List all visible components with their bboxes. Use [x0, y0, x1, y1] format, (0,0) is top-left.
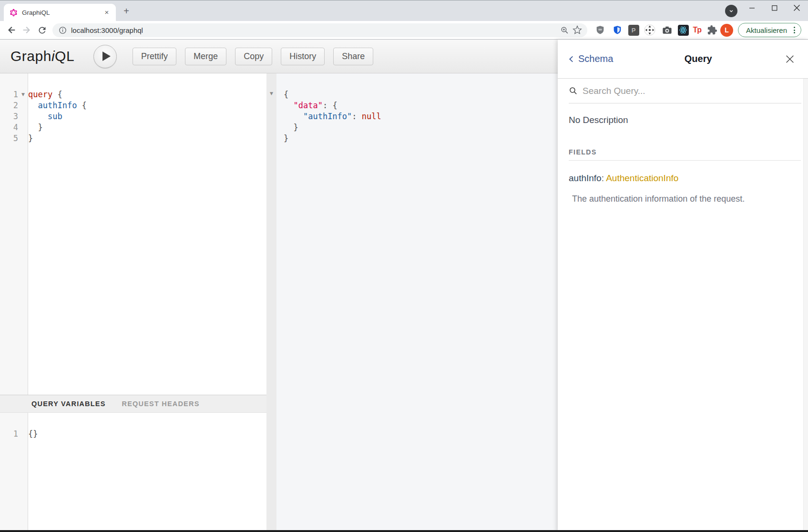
forward-button[interactable] — [19, 22, 34, 38]
field-row-authinfo: authInfo: AuthenticationInfo — [569, 173, 801, 184]
tab-close-icon[interactable]: × — [102, 8, 111, 17]
tp-extension-button[interactable]: Tp — [693, 26, 702, 34]
code-token: query — [28, 90, 57, 99]
code-token — [28, 101, 38, 110]
fold-gutter — [18, 429, 28, 440]
code-line: { — [276, 89, 558, 100]
copy-button[interactable]: Copy — [235, 48, 272, 65]
line-number: 2 — [0, 100, 18, 111]
ublock-extension-button[interactable] — [594, 24, 607, 37]
fold-arrow-icon[interactable]: ▼ — [18, 89, 28, 100]
code-text: } — [28, 122, 43, 133]
code-text: "authInfo": null — [276, 111, 381, 122]
code-token: : { — [323, 101, 338, 110]
address-bar[interactable]: localhost:3000/graphql — [52, 23, 587, 37]
bitwarden-extension-button[interactable] — [611, 24, 624, 37]
tab-query-variables[interactable]: QUERY VARIABLES — [31, 400, 106, 408]
doc-body: No Description FIELDS authInfo: Authenti… — [558, 103, 808, 532]
code-line: "data": { — [276, 100, 558, 111]
aktualisieren-label: Aktualisieren — [746, 26, 787, 34]
variables-editor[interactable]: 1{} — [0, 413, 266, 532]
code-line: 1{} — [0, 429, 266, 440]
url-text[interactable]: localhost:3000/graphql — [71, 26, 559, 34]
query-editor[interactable]: 1▼query {2 authInfo {3 sub4 }5} — [0, 73, 266, 395]
aktualisieren-button[interactable]: Aktualisieren — [738, 23, 801, 37]
code-line: } — [276, 122, 558, 133]
move-tool-extension-button[interactable] — [644, 24, 656, 37]
close-window-button[interactable] — [786, 0, 808, 15]
code-line: 5} — [0, 133, 266, 144]
code-line: 1▼query { — [0, 89, 266, 100]
doc-close-button[interactable] — [783, 52, 797, 66]
line-number: 1 — [0, 89, 18, 100]
browser-window: GraphiQL × + localhost:3 — [0, 0, 808, 532]
field-separator: : — [602, 173, 606, 183]
no-description-text: No Description — [569, 115, 801, 125]
browser-toolbar: localhost:3000/graphql P — [0, 21, 808, 39]
doc-search-input[interactable] — [583, 86, 801, 96]
maximize-icon — [772, 5, 777, 11]
pane-resize-divider[interactable]: ▼ — [266, 73, 276, 532]
code-token: {} — [28, 429, 38, 439]
window-bottom-edge — [0, 530, 808, 532]
camera-icon — [662, 25, 673, 36]
fold-arrow-icon[interactable]: ▼ — [266, 91, 276, 96]
execute-query-button[interactable] — [93, 45, 117, 68]
code-text: } — [28, 133, 33, 144]
history-button[interactable]: History — [281, 48, 325, 65]
zoom-magnifier-icon — [560, 26, 569, 35]
fields-heading: FIELDS — [569, 148, 801, 156]
code-text: { — [276, 89, 288, 100]
fold-gutter — [18, 100, 28, 111]
page-info-icon[interactable] — [58, 26, 67, 35]
extensions-menu-button[interactable] — [706, 24, 718, 37]
window-controls — [741, 0, 808, 15]
profile-avatar[interactable]: L — [720, 24, 733, 37]
back-button[interactable] — [4, 22, 19, 38]
doc-back-label: Schema — [578, 53, 613, 64]
merge-button[interactable]: Merge — [185, 48, 226, 65]
p-extension-button[interactable]: P — [628, 25, 639, 36]
code-line: 2 authInfo { — [0, 100, 266, 111]
line-number: 3 — [0, 111, 18, 122]
prettify-button[interactable]: Prettify — [133, 48, 176, 65]
reload-icon — [37, 25, 47, 35]
code-text: } — [276, 122, 298, 133]
forward-arrow-icon — [21, 25, 32, 35]
zoom-page-button[interactable] — [559, 24, 571, 36]
bookmark-star-button[interactable] — [571, 24, 583, 36]
graphiql-page: GraphiQL PrettifyMergeCopyHistoryShare 1… — [0, 39, 808, 532]
code-token: "authInfo" — [303, 112, 352, 121]
tab-request-headers[interactable]: REQUEST HEADERS — [122, 400, 200, 408]
minimize-button[interactable] — [741, 0, 763, 15]
react-atom-icon — [678, 25, 688, 35]
line-number: 1 — [0, 429, 18, 440]
react-devtools-extension-button[interactable] — [678, 25, 689, 36]
maximize-button[interactable] — [763, 0, 786, 15]
new-tab-button[interactable]: + — [120, 5, 133, 18]
code-token: : — [352, 112, 361, 121]
fold-gutter — [18, 111, 28, 122]
search-icon — [569, 86, 578, 96]
doc-back-link[interactable]: Schema — [567, 53, 613, 64]
field-description: The authentication information of the re… — [572, 194, 801, 204]
tab-search-chevron-button[interactable] — [725, 5, 737, 17]
type-name-link[interactable]: AuthenticationInfo — [606, 173, 678, 183]
doc-scrollbar[interactable] — [803, 79, 808, 530]
response-viewer: { "data": { "authInfo": null }} — [276, 73, 558, 532]
code-token — [284, 112, 303, 121]
kebab-menu-icon[interactable] — [792, 26, 797, 34]
code-token: } — [284, 123, 298, 132]
query-pane: 1▼query {2 authInfo {3 sub4 }5} QUERY VA… — [0, 73, 266, 532]
move-arrows-icon — [644, 24, 655, 36]
reload-button[interactable] — [34, 22, 50, 38]
tab-title: GraphiQL — [22, 9, 102, 16]
browser-tab-graphiql[interactable]: GraphiQL × — [4, 4, 116, 21]
graphiql-logo: GraphiQL — [10, 48, 74, 64]
field-name-link[interactable]: authInfo — [569, 173, 602, 183]
screenshot-extension-button[interactable] — [661, 24, 674, 37]
share-button[interactable]: Share — [333, 48, 373, 65]
shield-icon — [595, 25, 605, 35]
fields-divider — [569, 160, 801, 161]
code-line: "authInfo": null — [276, 111, 558, 122]
